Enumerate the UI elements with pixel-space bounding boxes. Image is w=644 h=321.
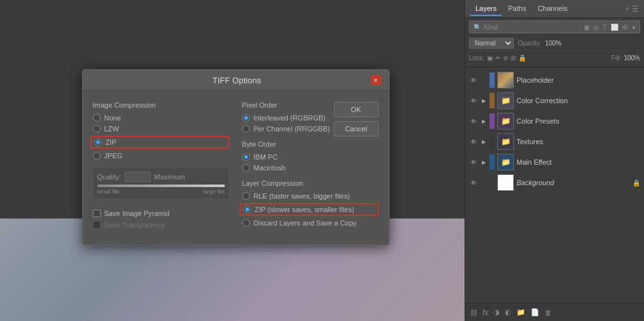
- checkbox-pyramid[interactable]: [93, 210, 101, 217]
- dialog-close-button[interactable]: ×: [371, 75, 381, 85]
- lock-paint-icon[interactable]: ✏: [495, 54, 500, 62]
- save-pyramid-item[interactable]: Save Image Pyramid: [93, 210, 229, 217]
- eye-icon[interactable]: 👁: [469, 158, 478, 167]
- radio-interleaved[interactable]: [242, 114, 250, 122]
- layers-list: 👁 Placeholder 👁 ▶ 📁 Color Correction 👁 ▶…: [465, 67, 644, 303]
- filter-toggle[interactable]: ●: [632, 24, 636, 31]
- radio-layer-zip[interactable]: [244, 206, 251, 213]
- tab-paths[interactable]: Paths: [503, 2, 531, 16]
- compression-jpeg[interactable]: JPEG: [93, 152, 229, 160]
- layer-item[interactable]: 👁 ▶ 📁 Color Presets: [465, 111, 644, 131]
- eye-icon[interactable]: 👁: [469, 178, 478, 187]
- eye-icon[interactable]: 👁: [469, 76, 478, 85]
- panel-double-arrow[interactable]: «: [625, 5, 629, 12]
- layer-item[interactable]: 👁 Placeholder: [465, 70, 644, 90]
- layer-color-tag: [490, 134, 495, 149]
- cancel-button[interactable]: Cancel: [334, 121, 379, 136]
- layer-folder-icon: 📁: [497, 154, 514, 170]
- layer-color-tag: [490, 175, 495, 190]
- tiff-dialog: TIFF Options × Image Compression None LZ…: [82, 69, 390, 245]
- filter-pixel-icon[interactable]: ▣: [584, 24, 590, 31]
- lock-artboard-icon[interactable]: ⊞: [511, 54, 516, 62]
- lock-move-icon[interactable]: ⊕: [503, 54, 508, 62]
- layer-compression-section: Layer Compression RLE (faster saves, big…: [242, 179, 379, 227]
- compression-jpeg-label: JPEG: [104, 152, 123, 160]
- layer-label: Main Effect: [516, 158, 640, 166]
- new-layer-icon[interactable]: 📄: [531, 308, 540, 317]
- lock-pixel-icon[interactable]: ▣: [487, 54, 493, 62]
- expand-icon[interactable]: ▶: [481, 138, 487, 145]
- search-row: 🔍 Kind ▣ ◎ T ⬜ ⚙ ●: [469, 21, 640, 33]
- ok-button[interactable]: OK: [334, 102, 379, 117]
- byte-order-group: IBM PC Macintosh: [242, 153, 379, 172]
- adjustment-icon[interactable]: ◐: [505, 308, 511, 317]
- quality-large-label: large file: [202, 188, 224, 195]
- panel-footer: ⛓ fx ◑ ◐ 📁 📄 🗑: [465, 303, 644, 321]
- lock-label: Lock:: [469, 54, 484, 62]
- filter-shape-icon[interactable]: ⬜: [611, 24, 618, 31]
- quality-input[interactable]: [125, 172, 151, 182]
- layer-thumbnail: [497, 174, 514, 191]
- compression-zip[interactable]: ZIP: [90, 136, 229, 149]
- layer-item[interactable]: 👁 ▶ 📁 Textures: [465, 131, 644, 152]
- quality-section: Quality: Maximum small file large file: [93, 167, 229, 199]
- filter-adjust-icon[interactable]: ◎: [593, 24, 599, 31]
- compression-lzw-label: LZW: [104, 125, 119, 133]
- radio-none[interactable]: [93, 114, 101, 122]
- eye-icon[interactable]: 👁: [469, 96, 478, 105]
- radio-zip[interactable]: [94, 138, 102, 146]
- byte-ibm[interactable]: IBM PC: [242, 153, 379, 161]
- layer-item[interactable]: 👁 ▶ 📁 Color Correction: [465, 90, 644, 111]
- compression-lzw[interactable]: LZW: [93, 125, 229, 133]
- expand-icon[interactable]: ▶: [481, 159, 487, 165]
- layer-folder-icon: 📁: [497, 92, 514, 109]
- search-kind-label: Kind: [484, 23, 498, 31]
- quality-label: Quality:: [97, 173, 121, 181]
- blend-mode-select[interactable]: Normal: [469, 38, 514, 49]
- save-transparency-label: Save Transparency: [104, 221, 165, 229]
- expand-icon[interactable]: ▶: [481, 118, 487, 124]
- radio-lzw[interactable]: [93, 125, 101, 133]
- byte-mac[interactable]: Macintosh: [242, 164, 379, 172]
- filter-type-icon[interactable]: T: [603, 24, 607, 31]
- radio-mac[interactable]: [242, 164, 250, 172]
- radio-rle[interactable]: [242, 192, 250, 200]
- quality-small-label: small file: [97, 188, 120, 195]
- layer-item[interactable]: 👁 ▶ 📁 Main Effect: [465, 152, 644, 172]
- layer-comp-zip[interactable]: ZIP (slower saves, smaller files): [240, 203, 379, 216]
- radio-discard[interactable]: [242, 219, 250, 227]
- fill-value: 100%: [623, 54, 640, 62]
- link-icon[interactable]: ⛓: [470, 309, 477, 317]
- pixel-interleaved-label: Interleaved (RGBRGB): [254, 114, 326, 122]
- radio-perchannel[interactable]: [242, 125, 250, 133]
- delete-icon[interactable]: 🗑: [545, 309, 552, 317]
- search-icons: ▣ ◎ T ⬜ ⚙ ●: [584, 24, 636, 31]
- layer-compression-title: Layer Compression: [242, 179, 379, 187]
- layer-item[interactable]: 👁 Background 🔒: [465, 172, 644, 193]
- eye-icon[interactable]: 👁: [469, 137, 478, 146]
- lock-row: Lock: ▣ ✏ ⊕ ⊞ 🔒 Fill: 100%: [469, 50, 640, 64]
- mask-icon[interactable]: ◑: [493, 308, 500, 317]
- filter-smart-icon[interactable]: ⚙: [622, 24, 628, 31]
- layer-thumbnail: [497, 72, 514, 88]
- radio-jpeg[interactable]: [93, 152, 101, 160]
- filter-row: Normal Opacity: 100%: [469, 36, 640, 50]
- tab-channels[interactable]: Channels: [533, 2, 572, 16]
- panel-menu-icon[interactable]: ☰: [632, 4, 639, 13]
- radio-ibm[interactable]: [242, 153, 250, 161]
- group-icon[interactable]: 📁: [516, 308, 525, 317]
- panel-top-icons: « ☰: [625, 4, 639, 13]
- layer-comp-discard[interactable]: Discard Layers and Save a Copy: [242, 219, 379, 227]
- dialog-body: Image Compression None LZW ZIP: [83, 91, 389, 245]
- fx-icon[interactable]: fx: [483, 308, 488, 317]
- layer-comp-rle[interactable]: RLE (faster saves, bigger files): [242, 192, 379, 200]
- layer-color-tag: [490, 72, 495, 88]
- eye-icon[interactable]: 👁: [469, 117, 478, 126]
- compression-none-label: None: [104, 114, 121, 122]
- compression-none[interactable]: None: [93, 114, 229, 122]
- expand-icon[interactable]: ▶: [481, 97, 487, 104]
- fill-label: Fill:: [611, 54, 622, 62]
- tab-layers[interactable]: Layers: [470, 2, 502, 16]
- layer-folder-icon: 📁: [497, 113, 514, 129]
- lock-all-icon[interactable]: 🔒: [518, 54, 526, 62]
